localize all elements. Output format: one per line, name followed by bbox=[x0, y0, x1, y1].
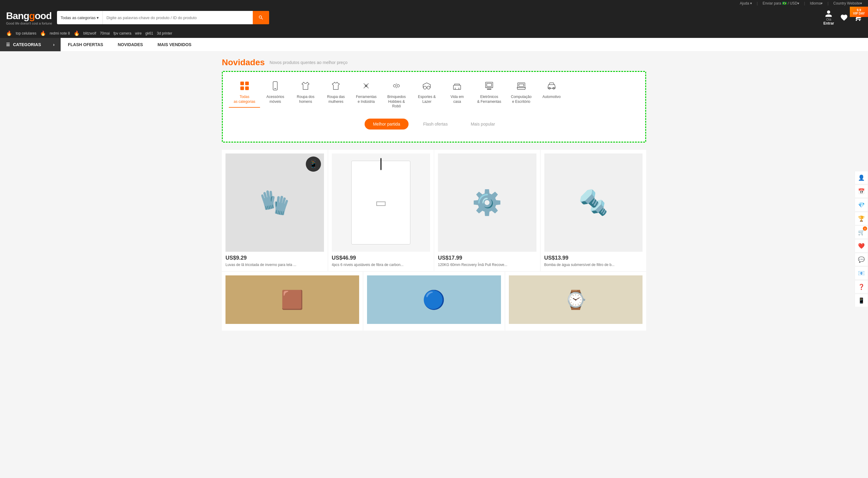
cat-roupa-homens-icon bbox=[301, 81, 310, 93]
bottom-product-row: 🟫 🔵 ⌚ bbox=[222, 272, 646, 331]
cat-computacao-label: Computaçãoe Escritório bbox=[511, 95, 532, 104]
cat-vida-casa[interactable]: Vida emcasa bbox=[442, 78, 472, 108]
sidebar-right: 👤 📅 💎 🏆 🛒 0 ❤️ 💬 📧 ❓ 📱 bbox=[855, 171, 868, 307]
search-tag-6[interactable]: wire bbox=[135, 31, 142, 35]
categories-button[interactable]: ☰ CATEGORIAS › bbox=[0, 38, 61, 51]
search-tag-3[interactable]: blitzwolf bbox=[83, 31, 96, 35]
cat-roupa-homens-label: Roupa doshomens bbox=[297, 95, 314, 104]
svg-rect-0 bbox=[240, 82, 244, 85]
cat-roupa-homens[interactable]: Roupa doshomens bbox=[290, 78, 321, 108]
search-tag-4[interactable]: 70mai bbox=[100, 31, 110, 35]
product-price-2: US$46.99 bbox=[332, 255, 430, 261]
bottom-product-3[interactable]: ⌚ bbox=[505, 272, 646, 331]
cat-automotivo[interactable]: Automotivo bbox=[536, 78, 567, 103]
tab-mais-popular[interactable]: Mais popular bbox=[462, 119, 503, 129]
svg-rect-3 bbox=[245, 86, 249, 90]
search-icon bbox=[258, 15, 264, 20]
fire-icon-3: 🔥 bbox=[74, 30, 80, 36]
cat-ferramentas[interactable]: Ferramentase Indústria bbox=[351, 78, 381, 108]
fire-icon: 🔥 bbox=[6, 30, 12, 36]
nav-links: FLASH OFERTAS NOVIDADES MAIS VENDIDOS bbox=[61, 38, 199, 51]
cat-eletronicos-label: Eletrônicos& Ferramentas bbox=[477, 95, 501, 104]
cat-acessorios-icon bbox=[270, 81, 280, 93]
cat-computacao[interactable]: Computaçãoe Escritório bbox=[506, 78, 536, 108]
bottom-img-2: 🔵 bbox=[367, 275, 501, 324]
category-icons: Todasas categorias Acessóriosmóveis bbox=[229, 78, 639, 113]
sidebar-help[interactable]: ❓ bbox=[855, 280, 868, 294]
search-tag-7[interactable]: gk61 bbox=[146, 31, 153, 35]
search-input[interactable] bbox=[103, 11, 253, 24]
arrow-right-icon: › bbox=[53, 42, 55, 47]
product-img-3: ⚙️ bbox=[438, 153, 536, 252]
bottom-product-2[interactable]: 🔵 bbox=[363, 272, 504, 331]
tabs-row: Melhor partida Flash ofertas Mais popula… bbox=[229, 119, 639, 129]
send-to-link[interactable]: Enviar para 🇧🇷 / USD▾ bbox=[763, 1, 799, 5]
cat-todas[interactable]: Todasas categorias bbox=[229, 78, 260, 108]
svg-rect-21 bbox=[487, 83, 492, 86]
search-tag-1[interactable]: top celulares bbox=[16, 31, 36, 35]
main-content: Novidades Novos produtos quentes ao melh… bbox=[216, 52, 652, 337]
cat-todas-label: Todasas categorias bbox=[234, 95, 255, 104]
sidebar-trophy[interactable]: 🏆 bbox=[855, 212, 868, 226]
search-button[interactable] bbox=[253, 11, 269, 24]
sidebar-mobile[interactable]: 📱 bbox=[855, 294, 868, 307]
search-category-dropdown[interactable]: Todas as categorias ▾ bbox=[57, 11, 103, 24]
search-tag-5[interactable]: fpv camera bbox=[113, 31, 131, 35]
product-price-1: US$9.29 bbox=[225, 255, 324, 261]
cat-brinquedos-label: BrinquedosHobbies &Robô bbox=[387, 95, 406, 109]
sidebar-cart[interactable]: 🛒 0 bbox=[855, 226, 868, 239]
product-card-2[interactable]: ▭ US$46.99 4pcs 6 níveis ajustáveis de f… bbox=[328, 150, 434, 271]
product-img-1: 🧤 📱 bbox=[225, 153, 324, 252]
nav-novidades[interactable]: NOVIDADES bbox=[110, 38, 150, 51]
cat-ferramentas-icon bbox=[361, 81, 371, 93]
sidebar-email[interactable]: 📧 bbox=[855, 267, 868, 280]
tab-melhor-partida[interactable]: Melhor partida bbox=[365, 119, 409, 129]
wishlist-button[interactable] bbox=[840, 13, 848, 22]
sidebar-heart[interactable]: ❤️ bbox=[855, 239, 868, 252]
logo[interactable]: Banggood Good life doesn't cost a fortun… bbox=[6, 10, 52, 25]
cat-acessorios[interactable]: Acessóriosmóveis bbox=[260, 78, 290, 108]
search-tag-2[interactable]: redmi note 8 bbox=[50, 31, 70, 35]
product-price-4: US$13.99 bbox=[544, 255, 643, 261]
nav-mais-vendidos[interactable]: MAIS VENDIDOS bbox=[150, 38, 199, 51]
product-card-3[interactable]: ⚙️ US$17.99 120KG 60mm Recovery Ímã Pull… bbox=[434, 150, 540, 271]
cat-eletronicos[interactable]: Eletrônicos& Ferramentas bbox=[472, 78, 506, 108]
user-action: Entrar bbox=[824, 21, 834, 26]
svg-rect-1 bbox=[245, 82, 249, 85]
user-account[interactable]: Olá Entrar bbox=[824, 10, 834, 26]
logo-text: Banggood bbox=[6, 10, 52, 22]
search-tags: 🔥 top celulares 🔥 redmi note 8 🔥 blitzwo… bbox=[0, 29, 868, 38]
cat-roupa-mulheres-icon bbox=[331, 81, 341, 93]
svg-rect-23 bbox=[519, 84, 524, 86]
product-name-1: Luvas de lã tricotada de inverno para te… bbox=[225, 262, 324, 268]
search-tag-8[interactable]: 3d printer bbox=[157, 31, 173, 35]
product-card-1[interactable]: 🧤 📱 US$9.29 Luvas de lã tricotada de inv… bbox=[222, 150, 328, 271]
categories-label: CATEGORIAS bbox=[13, 42, 41, 47]
sidebar-gem[interactable]: 💎 bbox=[855, 198, 868, 212]
sidebar-calendar[interactable]: 📅 bbox=[855, 185, 868, 198]
product-img-4: 🔩 bbox=[544, 153, 643, 252]
cat-roupa-mulheres[interactable]: Roupa dasmulheres bbox=[321, 78, 351, 108]
help-link[interactable]: Ajuda ▾ bbox=[740, 1, 752, 5]
vip-banner[interactable]: 9.9 VIP DAY bbox=[850, 7, 868, 17]
novidades-dashed-box: Todasas categorias Acessóriosmóveis bbox=[222, 71, 646, 143]
nav-flash-ofertas[interactable]: FLASH OFERTAS bbox=[61, 38, 110, 51]
fire-icon-2: 🔥 bbox=[40, 30, 46, 36]
sidebar-chat[interactable]: 💬 bbox=[855, 253, 868, 266]
language-link[interactable]: Idioma▾ bbox=[810, 1, 823, 5]
bottom-img-1: 🟫 bbox=[225, 275, 359, 324]
cat-brinquedos-icon bbox=[392, 81, 401, 93]
tab-flash-ofertas[interactable]: Flash ofertas bbox=[414, 119, 456, 129]
product-name-2: 4pcs 6 níveis ajustáveis de fibra de car… bbox=[332, 262, 430, 268]
product-price-3: US$17.99 bbox=[438, 255, 536, 261]
search-bar: Todas as categorias ▾ bbox=[57, 11, 269, 24]
country-website-link[interactable]: Country Website▾ bbox=[833, 1, 862, 5]
sidebar-profile[interactable]: 👤 bbox=[855, 171, 868, 184]
bottom-product-1[interactable]: 🟫 bbox=[222, 272, 363, 331]
cat-esportes[interactable]: Esportes &Lazer bbox=[411, 78, 442, 108]
cat-automotivo-label: Automotivo bbox=[542, 95, 561, 99]
cat-brinquedos[interactable]: BrinquedosHobbies &Robô bbox=[381, 78, 411, 113]
product-card-4[interactable]: 🔩 US$13.99 Bomba de água submersível de … bbox=[541, 150, 647, 271]
svg-rect-5 bbox=[274, 88, 276, 89]
product-grid: 🧤 📱 US$9.29 Luvas de lã tricotada de inv… bbox=[222, 150, 646, 271]
